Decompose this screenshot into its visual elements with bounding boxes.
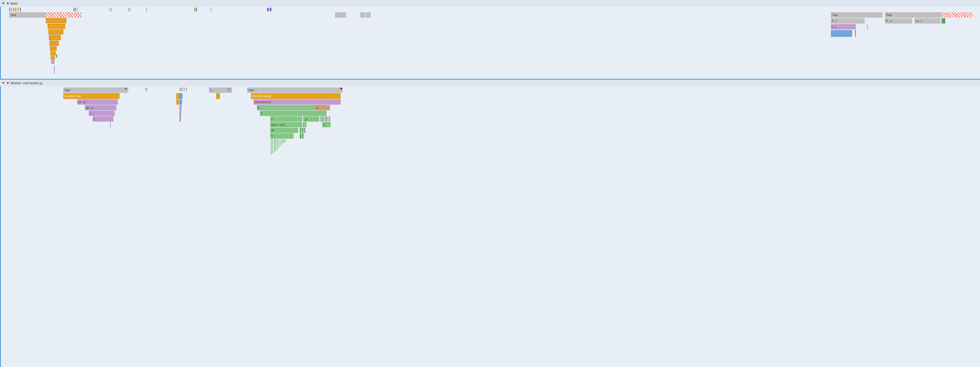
small-task-1422[interactable]: [366, 12, 371, 18]
right-green-ano-1: [303, 122, 304, 127]
orange-bar-7[interactable]: [51, 51, 56, 56]
a-s-bar[interactable]: (a...s): [77, 99, 118, 105]
z-label: z: [271, 117, 273, 121]
t-dot-bar[interactable]: T...: [209, 88, 232, 93]
orange-bar-5[interactable]: [49, 41, 59, 46]
right-green-ano-2: [305, 122, 306, 127]
worker-section-label: ▼ Worker: exif-worker.js: [6, 81, 43, 85]
blue-right-indicator: [855, 30, 856, 37]
underscore-e-label: _e: [304, 117, 307, 121]
main-collapse-triangle[interactable]: [2, 3, 5, 5]
mini-bar-purple-1: [9, 8, 10, 11]
timeline-container: ▼ Main Task: [0, 0, 980, 367]
v-label: V: [271, 134, 273, 137]
w-bar[interactable]: W: [270, 128, 298, 133]
right-task-2-label: Task: [886, 13, 892, 16]
cascade-line-5: [277, 139, 278, 149]
w-mini-bar-7: [184, 88, 185, 91]
worker-flame-area: Task Function Call (a...s) ge...e (...) …: [0, 86, 980, 367]
f-dot-bar[interactable]: f...: [93, 116, 113, 121]
worker-task1-bar[interactable]: Task: [63, 88, 127, 93]
worker-blue-left-indicator: [0, 86, 1, 367]
mini-bar-orange-2: [13, 8, 14, 11]
right-green-bar[interactable]: [942, 18, 945, 24]
r-e-label: R...e: [886, 19, 892, 22]
orange-bar-8[interactable]: [51, 56, 55, 60]
run-microtasks-bar[interactable]: Run Microtasks: [251, 93, 340, 99]
z-bar[interactable]: z: [270, 116, 298, 121]
worker-task2-bar[interactable]: Task: [247, 88, 342, 93]
w-mini-bar-6: [181, 88, 183, 91]
worker-purple-3[interactable]: [180, 111, 181, 116]
small-task-bar-1300[interactable]: [335, 12, 346, 18]
ano-ous-bar[interactable]: (ano...ous): [270, 122, 302, 127]
mini-bar-green-4: [196, 8, 197, 11]
o-label: o: [323, 123, 325, 126]
w-mini-bar-10: [229, 88, 229, 91]
cascade-line-3: [274, 139, 275, 152]
paren-bar[interactable]: (...): [831, 24, 856, 29]
worker-section-header: ▼ Worker: exif-worker.js: [0, 80, 980, 86]
orange-bar-1[interactable]: [46, 18, 67, 23]
worker-paren-bar[interactable]: (...): [89, 111, 115, 116]
v-bar[interactable]: V: [270, 133, 293, 139]
r-e-bar[interactable]: R...e: [885, 18, 912, 24]
right-task-bar-2[interactable]: Task: [885, 12, 972, 18]
a-s-label: (a...s): [78, 101, 86, 104]
far-right-orange-1: [328, 116, 328, 121]
w-mini-bar-3: [145, 88, 146, 91]
purple-cascade-bar[interactable]: [51, 60, 54, 64]
orange-bar-4[interactable]: [49, 35, 61, 40]
underscore-e-bar[interactable]: _e: [303, 116, 319, 121]
green-tiny-bar: [56, 54, 57, 58]
worker-collapse-triangle[interactable]: [2, 82, 5, 84]
f-l-bar[interactable]: F...l: [831, 18, 864, 24]
worker-blue-vline: [110, 122, 111, 129]
mini-bar-orange-1: [11, 8, 12, 11]
cascade-line-9: [282, 139, 283, 144]
ft-paren-bar[interactable]: (...: [316, 105, 330, 110]
worker-blue-2[interactable]: [180, 99, 182, 105]
blue-rect-bar[interactable]: [831, 30, 852, 37]
mini-bar-orange-3: [17, 8, 18, 11]
mini-bar-gray-3: [111, 8, 112, 11]
right-green-w-1: [300, 128, 301, 133]
cascade-line-8: [281, 139, 282, 145]
worker-orange-1[interactable]: [177, 93, 180, 99]
worker-purple-4[interactable]: [180, 116, 181, 121]
right-green-w-3: [304, 128, 305, 133]
worker-blue-1[interactable]: [180, 93, 183, 99]
anonymous-bar[interactable]: (anonymous): [253, 99, 340, 105]
o-bar[interactable]: o: [322, 122, 331, 127]
worker-purple-2[interactable]: [180, 105, 181, 110]
la-t-bar[interactable]: La...t: [915, 18, 940, 24]
mini-bar-orange-5: [77, 8, 78, 11]
f-dot-label: f...: [94, 117, 97, 121]
mini-bar-green-2: [75, 8, 76, 11]
small-task-1400[interactable]: [360, 12, 365, 18]
mini-bar-gray-1: [73, 8, 74, 11]
main-flame-area: Task Task Task: [0, 7, 980, 79]
main-task-bar[interactable]: Task: [9, 12, 81, 18]
mini-bar-green-3: [194, 8, 196, 11]
orange-bar-6[interactable]: [50, 46, 57, 51]
between-z-e-bar[interactable]: [298, 116, 302, 121]
ge-e-bar[interactable]: ge...e: [85, 105, 116, 110]
right-green-v-2: [302, 133, 304, 139]
right-task-1-label: Task: [832, 13, 838, 16]
function-call-bar[interactable]: Function Call: [63, 93, 119, 99]
right-task-bar-1[interactable]: Task: [831, 12, 883, 18]
mini-bar-purple-3: [267, 8, 269, 11]
orange-bar-2[interactable]: [48, 24, 65, 29]
orange-bar-3[interactable]: [48, 29, 63, 35]
w-mini-bar-4: [146, 88, 147, 91]
worker-orange-2[interactable]: [177, 99, 179, 105]
w-orange-3[interactable]: [216, 93, 220, 99]
w-mini-bar-9: [227, 88, 228, 91]
cascade-line-11: [284, 139, 285, 143]
mini-bar-gray-5: [129, 8, 130, 11]
lt-bar[interactable]: lt: [260, 111, 326, 116]
w-mini-bar-8: [186, 88, 187, 91]
mini-bar-purple-4: [270, 8, 271, 11]
far-right-green-4: [325, 116, 325, 121]
